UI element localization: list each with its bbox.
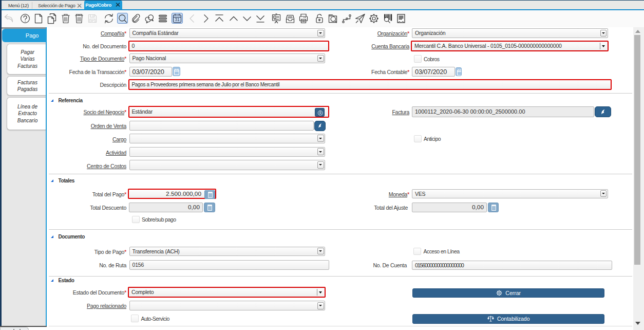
svg-text:31: 31: [175, 17, 180, 22]
